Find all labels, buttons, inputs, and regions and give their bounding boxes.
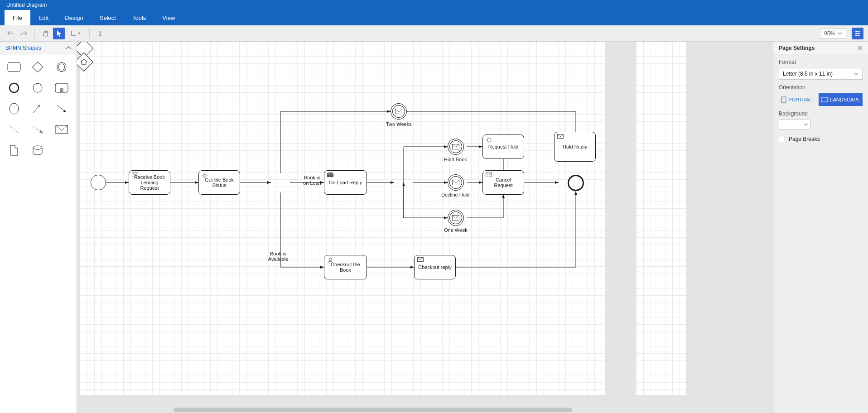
shape-intermediate-event[interactable] [54, 61, 69, 73]
task-on-load-reply[interactable]: On Load Reply [324, 170, 367, 195]
page-landscape-icon [821, 97, 828, 102]
page-breaks-checkbox[interactable] [779, 136, 785, 142]
pentagon-icon [80, 58, 88, 66]
redo-button[interactable] [18, 28, 30, 39]
menu-edit[interactable]: Edit [30, 10, 57, 25]
task-label: Cancel Request [486, 177, 521, 188]
shape-end-event[interactable] [6, 82, 22, 94]
task-cancel-request[interactable]: Cancel Request [482, 170, 524, 195]
edge-label-available: Book isAvailable [265, 251, 292, 262]
start-event[interactable] [91, 175, 106, 190]
pointer-icon [56, 30, 62, 37]
background-label: Background [779, 110, 863, 117]
shape-gateway[interactable] [30, 61, 45, 73]
menu-design[interactable]: Design [57, 10, 91, 25]
envelope-icon [132, 173, 138, 177]
menu-design-label: Design [65, 14, 83, 21]
shape-start-event[interactable] [30, 82, 45, 94]
chevron-down-icon [854, 72, 858, 75]
background-swatch[interactable] [779, 120, 810, 130]
connectors [77, 42, 689, 395]
event-one-week[interactable] [448, 210, 464, 226]
shape-message-flow[interactable] [30, 123, 45, 136]
format-select[interactable]: Letter (8.5 in x 11 in) [779, 68, 863, 80]
titlebar: Untitled Diagram [0, 0, 868, 10]
end-event[interactable] [568, 175, 584, 191]
redo-icon [20, 30, 28, 37]
event-decline-hold[interactable] [448, 174, 464, 191]
shape-subprocess[interactable] [54, 82, 69, 94]
task-label: Request Hold [488, 144, 519, 149]
chevron-up-icon [66, 46, 71, 50]
toolbar: T 95% [0, 25, 868, 42]
menubar: File Edit Design Select Tools View [0, 10, 868, 25]
svg-marker-16 [81, 59, 87, 64]
event-hold-book[interactable] [448, 139, 464, 155]
menu-tools-label: Tools [132, 14, 146, 21]
menu-tools[interactable]: Tools [124, 10, 154, 25]
svg-point-0 [856, 31, 858, 32]
chevron-down-icon [804, 123, 808, 126]
page-settings-panel: Page Settings ✕ Format Letter (8.5 in x … [773, 42, 868, 413]
page-portrait-icon [781, 96, 786, 103]
shape-datastore[interactable] [30, 144, 45, 157]
task-receive-request[interactable]: Receive Book Lending Request [129, 170, 170, 195]
text-tool[interactable]: T [94, 28, 106, 39]
shape-dotted-line[interactable] [6, 123, 22, 136]
envelope-icon [452, 215, 459, 221]
menu-file-label: File [13, 14, 22, 21]
close-icon[interactable]: ✕ [857, 44, 863, 52]
workspace: BPMN Shapes [0, 42, 868, 413]
shape-message[interactable] [54, 123, 69, 136]
shape-data-object[interactable] [6, 102, 22, 115]
format-value: Letter (8.5 in x 11 in) [783, 71, 833, 77]
menu-view[interactable]: View [154, 10, 183, 25]
orientation-landscape[interactable]: LANDSCAPE [819, 93, 863, 106]
shapes-panel-header[interactable]: BPMN Shapes [0, 42, 77, 54]
task-checkout-book[interactable]: Checkout the Book [324, 255, 367, 279]
envelope-filled-icon [327, 173, 333, 177]
menu-select-label: Select [100, 14, 116, 21]
svg-point-8 [33, 83, 42, 92]
gear-icon [202, 173, 208, 179]
event-label-hold-book: Hold Book [444, 157, 467, 162]
event-label-two-weeks: Two Weeks [386, 121, 412, 127]
shape-task[interactable] [6, 61, 22, 73]
envelope-icon [557, 134, 564, 139]
page-breaks-label: Page Breaks [789, 136, 820, 142]
event-two-weeks[interactable] [391, 103, 407, 120]
task-hold-reply[interactable]: Hold Reply [554, 132, 596, 162]
menu-edit-label: Edit [39, 14, 48, 21]
canvas[interactable]: Receive Book Lending Request Get the Boo… [77, 42, 773, 413]
panel-title: Page Settings [779, 45, 815, 51]
svg-point-24 [329, 258, 332, 261]
connector-tool[interactable] [67, 28, 85, 39]
horizontal-scrollbar[interactable] [156, 407, 655, 413]
svg-point-14 [203, 174, 206, 177]
document-title: Untitled Diagram [6, 2, 47, 8]
svg-rect-27 [821, 97, 828, 102]
menu-select[interactable]: Select [92, 10, 124, 25]
task-checkout-reply[interactable]: Checkout reply [414, 255, 456, 279]
panel-toggle[interactable] [852, 28, 863, 39]
zoom-display[interactable]: 95% [820, 29, 846, 38]
envelope-icon [417, 257, 424, 262]
format-label: Format [779, 59, 863, 65]
pointer-tool[interactable] [53, 28, 65, 39]
undo-button[interactable] [5, 28, 16, 39]
task-request-hold[interactable]: Request Hold [482, 134, 524, 159]
shape-page[interactable] [6, 144, 22, 157]
menu-file[interactable]: File [5, 10, 30, 25]
shape-association[interactable] [30, 102, 45, 115]
svg-rect-3 [8, 62, 20, 72]
shape-sequence-flow[interactable] [54, 102, 69, 115]
pan-tool[interactable] [39, 28, 51, 39]
connector-icon [71, 30, 81, 37]
shapes-panel-title: BPMN Shapes [5, 45, 41, 51]
sliders-icon [854, 30, 861, 37]
svg-point-11 [10, 103, 19, 114]
orientation-portrait[interactable]: PORTRAIT [779, 93, 816, 106]
envelope-icon [452, 144, 459, 149]
task-get-book-status[interactable]: Get the Book Status [198, 170, 240, 195]
svg-point-7 [10, 83, 19, 92]
